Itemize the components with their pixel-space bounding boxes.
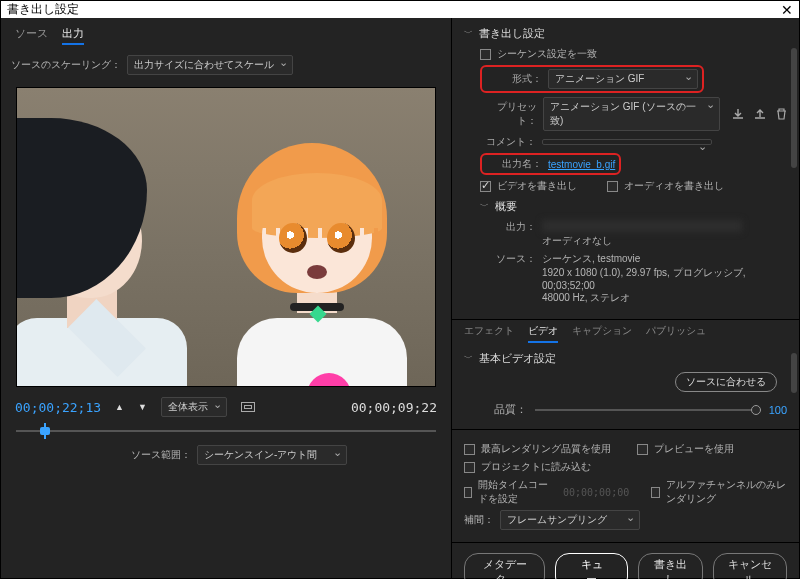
format-select[interactable]: アニメーション GIF — [548, 69, 698, 89]
step-fwd-icon[interactable]: ▼ — [138, 402, 147, 412]
comment-input[interactable] — [542, 139, 712, 145]
summary-audio-none: オーディオなし — [542, 235, 612, 246]
output-name-link[interactable]: testmovie_b.gif — [548, 159, 615, 170]
scaling-select[interactable]: 出力サイズに合わせてスケール — [127, 55, 293, 75]
source-range-label: ソース範囲： — [131, 448, 191, 462]
max-quality-checkbox[interactable] — [464, 444, 475, 455]
chevron-down-icon[interactable]: ﹀ — [480, 200, 489, 213]
quality-slider[interactable] — [535, 409, 761, 411]
quality-label: 品質： — [494, 402, 527, 417]
summary-out-blurred — [542, 220, 742, 232]
metadata-button[interactable]: メタデータ... — [464, 553, 545, 579]
preview-area — [16, 87, 436, 387]
fit-select[interactable]: 全体表示 — [161, 397, 227, 417]
export-video-label: ビデオを書き出し — [497, 179, 577, 193]
tab-source[interactable]: ソース — [15, 26, 48, 45]
match-source-button[interactable]: ソースに合わせる — [675, 372, 777, 392]
step-back-icon[interactable]: ▲ — [115, 402, 124, 412]
use-preview-checkbox[interactable] — [637, 444, 648, 455]
chevron-down-icon[interactable]: ﹀ — [464, 27, 473, 40]
export-button[interactable]: 書き出し — [638, 553, 703, 579]
max-quality-label: 最高レンダリング品質を使用 — [481, 442, 611, 456]
timeline-slider[interactable] — [16, 423, 436, 439]
timecode-in[interactable]: 00;00;22;13 — [15, 400, 101, 415]
quality-value[interactable]: 100 — [769, 404, 787, 416]
format-label: 形式： — [486, 72, 542, 86]
import-preset-icon[interactable] — [754, 108, 766, 120]
summary-heading: 概要 — [495, 199, 517, 214]
output-name-label: 出力名： — [486, 157, 542, 171]
video-tabs: エフェクト ビデオ キャプション パブリッシュ — [452, 319, 799, 343]
tab-publish[interactable]: パブリッシュ — [646, 324, 706, 343]
summary-source-seq: シーケンス, testmovie — [542, 253, 640, 264]
delete-preset-icon[interactable] — [776, 108, 787, 120]
preview-figure-left — [16, 118, 167, 378]
window-title: 書き出し設定 — [7, 1, 79, 18]
chevron-down-icon[interactable]: ﹀ — [464, 352, 473, 365]
comment-label: コメント： — [480, 135, 536, 149]
aspect-icon[interactable] — [241, 402, 255, 412]
timecode-placeholder: 00;00;00;00 — [563, 487, 629, 498]
tab-effects[interactable]: エフェクト — [464, 324, 514, 343]
summary-source-line1: 1920 x 1080 (1.0), 29.97 fps, プログレッシブ, 0… — [542, 267, 745, 291]
alpha-only-label: アルファチャンネルのみレンダリング — [666, 478, 787, 506]
output-name-highlight: 出力名： testmovie_b.gif — [480, 153, 621, 175]
tab-output[interactable]: 出力 — [62, 26, 84, 45]
titlebar: 書き出し設定 ✕ — [1, 1, 799, 18]
scrollbar[interactable] — [791, 353, 797, 393]
set-timecode-label: 開始タイムコードを設定 — [478, 478, 557, 506]
cancel-button[interactable]: キャンセル — [713, 553, 787, 579]
alpha-only-checkbox[interactable] — [651, 487, 659, 498]
tab-video[interactable]: ビデオ — [528, 324, 558, 343]
match-sequence-label: シーケンス設定を一致 — [497, 47, 597, 61]
preset-label: プリセット： — [480, 100, 537, 128]
tab-caption[interactable]: キャプション — [572, 324, 632, 343]
timecode-out: 00;00;09;22 — [351, 400, 437, 415]
set-timecode-checkbox[interactable] — [464, 487, 472, 498]
format-highlight: 形式： アニメーション GIF — [480, 65, 704, 93]
source-range-select[interactable]: シーケンスイン-アウト間 — [197, 445, 347, 465]
interp-label: 補間： — [464, 513, 494, 527]
summary-source-line2: 48000 Hz, ステレオ — [542, 292, 630, 303]
use-preview-label: プレビューを使用 — [654, 442, 734, 456]
interp-select[interactable]: フレームサンプリング — [500, 510, 640, 530]
summary-source-label: ソース： — [480, 252, 536, 266]
export-audio-label: オーディオを書き出し — [624, 179, 724, 193]
import-project-checkbox[interactable] — [464, 462, 475, 473]
queue-button[interactable]: キュー — [555, 553, 627, 579]
export-video-checkbox[interactable] — [480, 181, 491, 192]
left-tabs: ソース 出力 — [11, 24, 441, 49]
scaling-label: ソースのスケーリング： — [11, 58, 121, 72]
import-project-label: プロジェクトに読み込む — [481, 460, 591, 474]
close-icon[interactable]: ✕ — [781, 2, 793, 18]
playhead-icon[interactable] — [38, 423, 52, 439]
export-settings-heading: 書き出し設定 — [479, 26, 545, 41]
basic-video-heading: 基本ビデオ設定 — [479, 351, 556, 366]
preset-select[interactable]: アニメーション GIF (ソースの一致) — [543, 97, 720, 131]
scrollbar[interactable] — [791, 48, 797, 168]
summary-out-label: 出力： — [480, 220, 536, 234]
save-preset-icon[interactable] — [732, 108, 744, 120]
export-audio-checkbox[interactable] — [607, 181, 618, 192]
match-sequence-checkbox[interactable] — [480, 49, 491, 60]
preview-figure-right — [217, 143, 417, 387]
